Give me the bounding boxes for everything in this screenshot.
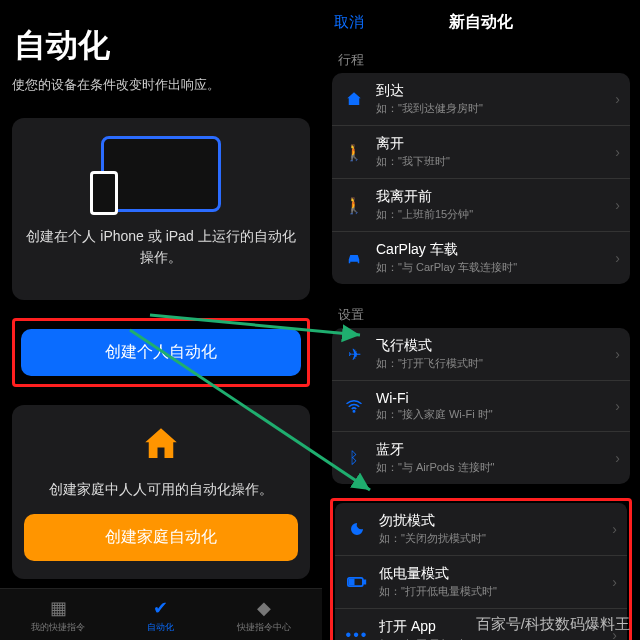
walk-icon: 🚶 xyxy=(342,140,366,164)
airplane-icon: ✈ xyxy=(342,342,366,366)
row-low-power[interactable]: 低电量模式如："打开低电量模式时" › xyxy=(335,556,627,609)
wifi-icon xyxy=(342,394,366,418)
svg-point-0 xyxy=(353,411,355,413)
section-settings: 设置 xyxy=(322,298,640,328)
walk-icon: 🚶 xyxy=(342,193,366,217)
modal-title: 新自动化 xyxy=(449,12,513,33)
personal-automation-card: 创建在个人 iPhone 或 iPad 上运行的自动化操作。 xyxy=(12,118,310,300)
create-home-automation-button[interactable]: 创建家庭自动化 xyxy=(24,514,298,561)
stack-icon: ◆ xyxy=(253,597,275,619)
chevron-right-icon: › xyxy=(615,91,620,107)
row-leave[interactable]: 🚶 离开如："我下班时" › xyxy=(332,126,630,179)
chevron-right-icon: › xyxy=(612,521,617,537)
car-icon xyxy=(342,246,366,270)
svg-rect-3 xyxy=(350,580,354,585)
battery-icon xyxy=(345,570,369,594)
row-wifi[interactable]: Wi-Fi如："接入家庭 Wi-Fi 时" › xyxy=(332,381,630,432)
settings-list-1: ✈ 飞行模式如："打开飞行模式时" › Wi-Fi如："接入家庭 Wi-Fi 时… xyxy=(332,328,630,484)
check-icon: ✔ xyxy=(150,597,172,619)
home-icon xyxy=(140,423,182,465)
row-before-leave[interactable]: 🚶 我离开前如："上班前15分钟" › xyxy=(332,179,630,232)
page-title: 自动化 xyxy=(14,24,310,68)
tab-shortcuts[interactable]: ▦ 我的快捷指令 xyxy=(31,597,85,634)
row-bluetooth[interactable]: ᛒ 蓝牙如："与 AirPods 连接时" › xyxy=(332,432,630,484)
cancel-button[interactable]: 取消 xyxy=(334,13,364,32)
chevron-right-icon: › xyxy=(615,144,620,160)
chevron-right-icon: › xyxy=(612,574,617,590)
tab-bar: ▦ 我的快捷指令 ✔ 自动化 ◆ 快捷指令中心 xyxy=(0,588,322,640)
tab-automation[interactable]: ✔ 自动化 xyxy=(147,597,174,634)
chevron-right-icon: › xyxy=(615,250,620,266)
travel-list: 到达如："我到达健身房时" › 🚶 离开如："我下班时" › 🚶 我离开前如："… xyxy=(332,73,630,284)
grid-icon: ▦ xyxy=(47,597,69,619)
chevron-right-icon: › xyxy=(615,197,620,213)
svg-rect-2 xyxy=(364,580,366,583)
row-arrive[interactable]: 到达如："我到达健身房时" › xyxy=(332,73,630,126)
modal-header: 取消 新自动化 xyxy=(322,0,640,43)
watermark: 百家号/科技数码爆料王 xyxy=(476,615,630,634)
device-illustration xyxy=(101,136,221,212)
highlight-box-create: 创建个人自动化 xyxy=(12,318,310,387)
home-card-text: 创建家庭中人人可用的自动化操作。 xyxy=(24,479,298,500)
create-personal-automation-button[interactable]: 创建个人自动化 xyxy=(21,329,301,376)
moon-icon xyxy=(345,517,369,541)
chevron-right-icon: › xyxy=(615,398,620,414)
home-automation-card: 创建家庭中人人可用的自动化操作。 创建家庭自动化 xyxy=(12,405,310,579)
row-dnd[interactable]: 勿扰模式如："关闭勿扰模式时" › xyxy=(335,503,627,556)
section-travel: 行程 xyxy=(322,43,640,73)
dots-icon: ••• xyxy=(345,623,369,640)
tab-gallery[interactable]: ◆ 快捷指令中心 xyxy=(237,597,291,634)
page-subtitle: 使您的设备在条件改变时作出响应。 xyxy=(12,76,310,94)
bluetooth-icon: ᛒ xyxy=(342,446,366,470)
home-fill-icon xyxy=(342,87,366,111)
personal-card-text: 创建在个人 iPhone 或 iPad 上运行的自动化操作。 xyxy=(24,226,298,268)
chevron-right-icon: › xyxy=(615,346,620,362)
chevron-right-icon: › xyxy=(615,450,620,466)
row-airplane[interactable]: ✈ 飞行模式如："打开飞行模式时" › xyxy=(332,328,630,381)
row-carplay[interactable]: CarPlay 车载如："与 CarPlay 车载连接时" › xyxy=(332,232,630,284)
